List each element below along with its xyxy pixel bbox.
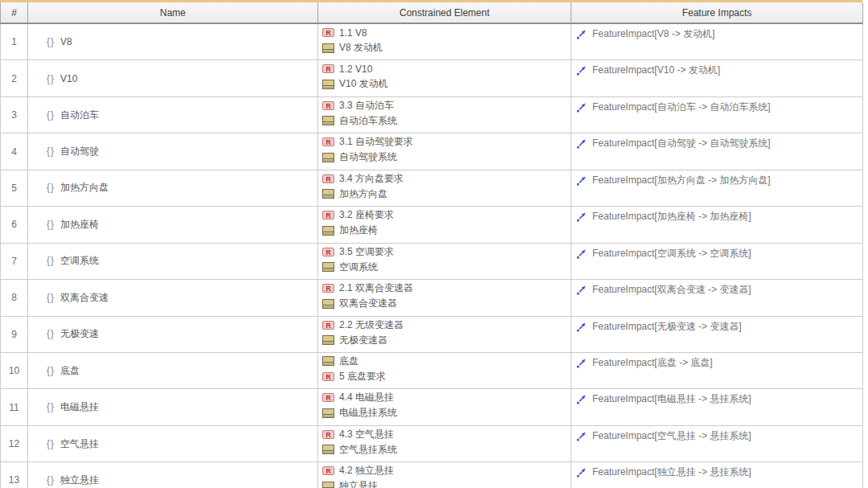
constrained-element-block[interactable]: V8 发动机 bbox=[322, 40, 571, 55]
constrained-element-requirement[interactable]: R 4.3 空气悬挂 bbox=[322, 427, 571, 442]
constrained-element-requirement[interactable]: R 5 底盘要求 bbox=[322, 369, 571, 384]
feature-impacts-cell[interactable]: FeatureImpact[空气悬挂 -> 悬挂系统] bbox=[571, 425, 863, 461]
requirement-icon: R bbox=[322, 248, 334, 256]
constrained-element-requirement[interactable]: R 3.5 空调要求 bbox=[322, 244, 571, 260]
feature-impact-arrow-icon bbox=[576, 285, 587, 295]
requirement-icon: R bbox=[322, 321, 334, 330]
constrained-element-block[interactable]: 独立悬挂 bbox=[322, 478, 571, 488]
constrained-element-requirement[interactable]: R 1.2 V10 bbox=[322, 61, 571, 76]
name-cell[interactable]: {}V8 bbox=[28, 23, 318, 60]
name-cell[interactable]: {}无极变速 bbox=[28, 316, 318, 352]
constrained-element-block[interactable]: 加热座椅 bbox=[322, 223, 571, 238]
constrained-element-block[interactable]: 电磁悬挂系统 bbox=[322, 405, 571, 420]
feature-impacts-cell[interactable]: FeatureImpact[独立悬挂 -> 悬挂系统] bbox=[571, 462, 863, 488]
constrained-element-label: 3.3 自动泊车 bbox=[339, 99, 394, 113]
constrained-element-cell[interactable]: R 3.4 方向盘要求 加热方向盘 bbox=[318, 170, 571, 206]
constrained-element-block[interactable]: 空气悬挂系统 bbox=[322, 442, 571, 457]
constrained-element-block[interactable]: V10 发动机 bbox=[322, 76, 571, 92]
table-row[interactable]: 8 {}双离合变速 R 2.1 双离合变速器 双离合变速器 bbox=[1, 280, 863, 316]
constrained-element-cell[interactable]: R 3.3 自动泊车 自动泊车系统 bbox=[318, 96, 571, 133]
constrained-element-cell[interactable]: R 1.2 V10 V10 发动机 bbox=[318, 60, 571, 96]
name-cell[interactable]: {}独立悬挂 bbox=[28, 462, 318, 488]
table-row[interactable]: 5 {}加热方向盘 R 3.4 方向盘要求 加热方向盘 bbox=[1, 170, 863, 206]
table-row[interactable]: 6 {}加热座椅 R 3.2 座椅要求 加热座椅 bbox=[1, 207, 863, 243]
svg-text:R: R bbox=[326, 285, 330, 293]
constrained-element-requirement[interactable]: R 4.4 电磁悬挂 bbox=[322, 390, 571, 405]
feature-impact-text: FeatureImpact[加热座椅 -> 加热座椅] bbox=[592, 210, 751, 223]
column-header-name[interactable]: Name bbox=[28, 2, 318, 23]
name-cell[interactable]: {}空调系统 bbox=[28, 243, 318, 279]
table-row[interactable]: 12 {}空气悬挂 R 4.3 空气悬挂 空气悬挂系统 bbox=[1, 425, 863, 461]
block-icon bbox=[322, 445, 334, 454]
constrained-element-cell[interactable]: R 1.1 V8 V8 发动机 bbox=[318, 23, 571, 60]
feature-impacts-cell[interactable]: FeatureImpact[加热方向盘 -> 加热方向盘] bbox=[571, 170, 863, 206]
block-icon bbox=[322, 408, 334, 418]
name-cell[interactable]: {}加热座椅 bbox=[28, 207, 318, 243]
constrained-element-cell[interactable]: 底盘 R 5 底盘要求 bbox=[318, 352, 571, 388]
name-cell[interactable]: {}电磁悬挂 bbox=[28, 389, 318, 425]
constrained-element-requirement[interactable]: R 1.1 V8 bbox=[322, 25, 571, 40]
column-header-index[interactable]: # bbox=[1, 2, 28, 23]
constrained-element-cell[interactable]: R 3.2 座椅要求 加热座椅 bbox=[318, 207, 571, 243]
table-row[interactable]: 2 {}V10 R 1.2 V10 V10 发动机 bbox=[1, 60, 863, 96]
feature-impact-text: FeatureImpact[自动驾驶 -> 自动驾驶系统] bbox=[592, 137, 771, 150]
constrained-element-requirement[interactable]: R 3.1 自动驾驶要求 bbox=[322, 134, 571, 150]
constrained-element-requirement[interactable]: R 2.2 无级变速器 bbox=[322, 318, 571, 333]
name-cell[interactable]: {}双离合变速 bbox=[28, 280, 318, 316]
constrained-element-requirement[interactable]: R 3.4 方向盘要求 bbox=[322, 171, 571, 187]
name-cell[interactable]: {}V10 bbox=[28, 60, 318, 96]
table-row[interactable]: 10 {}底盘 底盘 R 5 底盘要求 bbox=[1, 352, 863, 388]
name-cell[interactable]: {}自动驾驶 bbox=[28, 133, 318, 170]
feature-impacts-cell[interactable]: FeatureImpact[自动驾驶 -> 自动驾驶系统] bbox=[571, 133, 863, 170]
constrained-element-cell[interactable]: R 3.1 自动驾驶要求 自动驾驶系统 bbox=[318, 133, 571, 170]
constrained-element-cell[interactable]: R 2.1 双离合变速器 双离合变速器 bbox=[318, 280, 571, 316]
constrained-element-cell[interactable]: R 4.2 独立悬挂 独立悬挂 bbox=[318, 462, 571, 488]
column-header-feature-impacts[interactable]: Feature Impacts bbox=[571, 2, 863, 23]
constrained-element-label: 空气悬挂系统 bbox=[339, 443, 397, 457]
constrained-element-cell[interactable]: R 2.2 无级变速器 无极变速器 bbox=[318, 316, 571, 352]
feature-impacts-cell[interactable]: FeatureImpact[加热座椅 -> 加热座椅] bbox=[571, 207, 863, 243]
constrained-element-cell[interactable]: R 4.3 空气悬挂 空气悬挂系统 bbox=[318, 425, 571, 461]
feature-impacts-cell[interactable]: FeatureImpact[V10 -> 发动机] bbox=[571, 60, 863, 96]
table-row[interactable]: 9 {}无极变速 R 2.2 无级变速器 无极变速器 bbox=[1, 316, 863, 352]
constrained-element-label: 5 底盘要求 bbox=[339, 370, 386, 383]
feature-impacts-cell[interactable]: FeatureImpact[双离合变速 -> 变速器] bbox=[571, 280, 863, 316]
curly-braces-icon: {} bbox=[47, 109, 55, 121]
block-icon bbox=[322, 116, 334, 125]
feature-impacts-cell[interactable]: FeatureImpact[无极变速 -> 变速器] bbox=[571, 316, 863, 352]
feature-impact-table: # Name Constrained Element Feature Impac… bbox=[0, 0, 862, 488]
name-cell[interactable]: {}底盘 bbox=[28, 352, 318, 388]
constrained-element-cell[interactable]: R 3.5 空调要求 空调系统 bbox=[318, 243, 571, 279]
feature-impacts-cell[interactable]: FeatureImpact[空调系统 -> 空调系统] bbox=[571, 243, 863, 279]
name-cell[interactable]: {}空气悬挂 bbox=[28, 425, 318, 461]
feature-impact-arrow-icon bbox=[576, 394, 587, 404]
block-icon bbox=[322, 153, 334, 162]
constrained-element-cell[interactable]: R 4.4 电磁悬挂 电磁悬挂系统 bbox=[318, 389, 571, 425]
constrained-element-requirement[interactable]: R 3.3 自动泊车 bbox=[322, 98, 571, 113]
curly-braces-icon: {} bbox=[47, 401, 55, 412]
feature-impacts-cell[interactable]: FeatureImpact[V8 -> 发动机] bbox=[571, 23, 863, 60]
feature-impacts-cell[interactable]: FeatureImpact[底盘 -> 底盘] bbox=[571, 352, 863, 388]
constrained-element-block[interactable]: 自动泊车系统 bbox=[322, 113, 571, 129]
constrained-element-requirement[interactable]: R 2.1 双离合变速器 bbox=[322, 281, 571, 296]
name-cell[interactable]: {}自动泊车 bbox=[28, 96, 318, 133]
table-row[interactable]: 1 {}V8 R 1.1 V8 V8 发动机 bbox=[1, 23, 863, 60]
table-row[interactable]: 7 {}空调系统 R 3.5 空调要求 空调系统 bbox=[1, 243, 863, 279]
constrained-element-block[interactable]: 加热方向盘 bbox=[322, 187, 571, 202]
constrained-element-block[interactable]: 底盘 bbox=[322, 354, 571, 369]
constrained-element-requirement[interactable]: R 4.2 独立悬挂 bbox=[322, 463, 571, 478]
constrained-element-requirement[interactable]: R 3.2 座椅要求 bbox=[322, 207, 571, 223]
name-cell[interactable]: {}加热方向盘 bbox=[28, 170, 318, 206]
constrained-element-block[interactable]: 自动驾驶系统 bbox=[322, 150, 571, 165]
table-row[interactable]: 3 {}自动泊车 R 3.3 自动泊车 自动泊车系统 bbox=[1, 96, 863, 133]
constrained-element-block[interactable]: 双离合变速器 bbox=[322, 296, 571, 311]
table-row[interactable]: 13 {}独立悬挂 R 4.2 独立悬挂 独立悬挂 bbox=[1, 462, 863, 488]
feature-impacts-cell[interactable]: FeatureImpact[自动泊车 -> 自动泊车系统] bbox=[571, 96, 863, 133]
feature-impacts-cell[interactable]: FeatureImpact[电磁悬挂 -> 悬挂系统] bbox=[571, 389, 863, 425]
constrained-element-block[interactable]: 空调系统 bbox=[322, 260, 571, 275]
constrained-element-block[interactable]: 无极变速器 bbox=[322, 333, 571, 348]
column-header-constrained-element[interactable]: Constrained Element bbox=[318, 2, 571, 23]
svg-text:R: R bbox=[326, 248, 330, 256]
table-row[interactable]: 11 {}电磁悬挂 R 4.4 电磁悬挂 电磁悬挂系统 bbox=[1, 389, 863, 425]
table-row[interactable]: 4 {}自动驾驶 R 3.1 自动驾驶要求 自动驾驶系统 bbox=[1, 133, 863, 170]
